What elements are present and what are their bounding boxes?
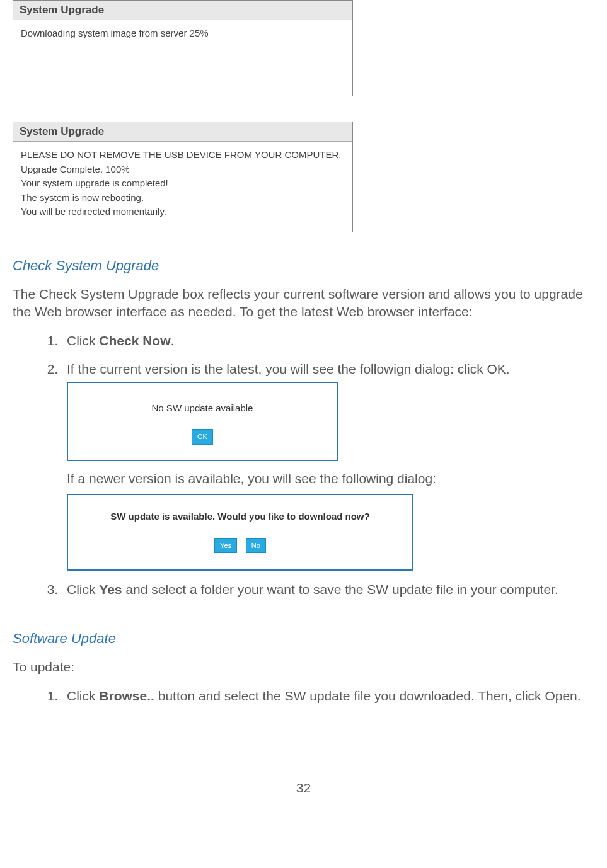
panel-body: PLEASE DO NOT REMOVE THE USB DEVICE FROM… [13, 142, 352, 232]
check-system-upgrade-heading: Check System Upgrade [13, 258, 594, 274]
panel-title: System Upgrade [13, 122, 352, 142]
step-text: and select a folder your want to save th… [122, 582, 558, 597]
system-upgrade-panel-1: System Upgrade Downloading system image … [13, 0, 353, 96]
list-item: Click Browse.. button and select the SW … [62, 687, 594, 705]
software-update-heading: Software Update [13, 631, 594, 647]
step-bold: Check Now [99, 333, 170, 348]
step-bold: Yes [99, 582, 122, 597]
panel-line: Your system upgrade is completed! [21, 176, 345, 191]
step-text: If the current version is the latest, yo… [67, 362, 510, 376]
step-text: button and select the SW update file you… [154, 688, 581, 703]
ok-button[interactable]: OK [192, 429, 213, 445]
list-item: Click Check Now. [62, 332, 594, 350]
panel-line: PLEASE DO NOT REMOVE THE USB DEVICE FROM… [21, 148, 345, 163]
no-button[interactable]: No [246, 538, 266, 554]
step-text: Click [67, 688, 99, 703]
system-upgrade-panel-2: System Upgrade PLEASE DO NOT REMOVE THE … [13, 122, 353, 232]
yes-button[interactable]: Yes [214, 538, 237, 554]
page-number: 32 [13, 780, 594, 796]
panel-line: You will be redirected momentarily. [21, 205, 345, 219]
panel-title: System Upgrade [13, 1, 352, 20]
dialog-text: No SW update available [74, 402, 330, 414]
software-update-steps: Click Browse.. button and select the SW … [62, 687, 594, 705]
no-update-dialog: No SW update available OK [67, 382, 338, 461]
dialog-text: SW update is available. Would you like t… [74, 510, 406, 523]
check-upgrade-steps: Click Check Now. If the current version … [62, 332, 594, 599]
software-update-intro: To update: [13, 658, 594, 676]
panel-line: The system is now rebooting. [21, 191, 345, 205]
list-item: Click Yes and select a folder your want … [62, 581, 594, 598]
step-text: Click [67, 582, 99, 597]
step-bold: Browse.. [99, 688, 154, 703]
panel-body: Downloading system image from server 25% [13, 20, 352, 96]
step-text: . [171, 333, 175, 348]
update-available-dialog: SW update is available. Would you like t… [67, 494, 413, 571]
list-item: If the current version is the latest, yo… [62, 360, 594, 571]
panel-line: Upgrade Complete. 100% [21, 163, 345, 177]
check-upgrade-intro: The Check System Upgrade box reflects yo… [13, 285, 594, 321]
step-text: Click [67, 333, 99, 348]
step-after-text: If a newer version is available, you wil… [67, 470, 594, 488]
